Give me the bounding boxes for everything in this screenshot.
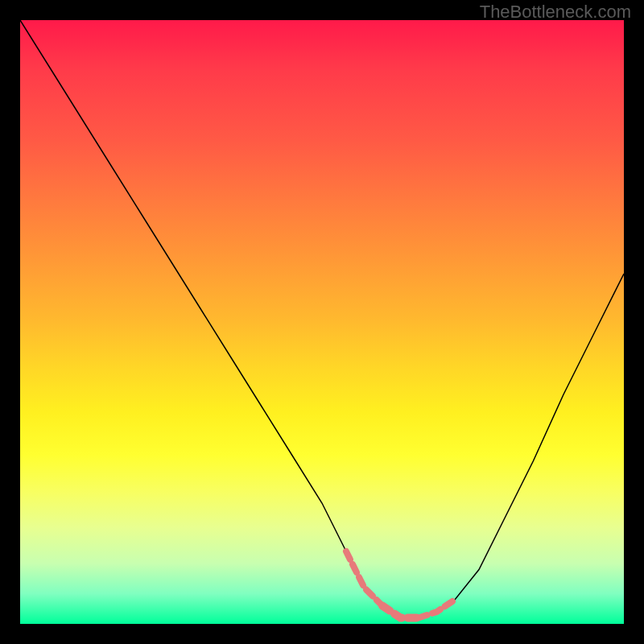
optimum-dashed-right [419, 600, 455, 618]
chart-plot-area [20, 20, 624, 624]
watermark-text: TheBottleneck.com [480, 2, 631, 23]
chart-svg [20, 20, 624, 624]
optimum-dashed-left [346, 551, 382, 606]
optimum-dashed-flat [382, 606, 419, 618]
bottleneck-curve [20, 20, 624, 618]
